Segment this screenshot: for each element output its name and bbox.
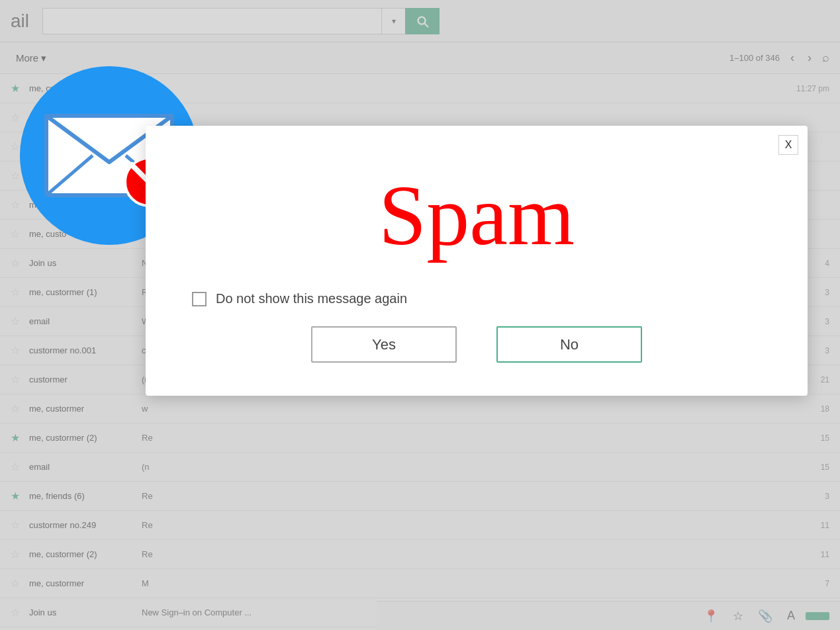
no-button[interactable]: No: [496, 326, 642, 363]
modal-close-button[interactable]: X: [778, 135, 798, 155]
spam-title: Spam: [179, 165, 774, 265]
yes-button[interactable]: Yes: [311, 326, 457, 363]
do-not-show-checkbox[interactable]: [192, 292, 207, 306]
modal-buttons: Yes No: [179, 326, 774, 363]
spam-modal: X Spam Do not show this message again Ye…: [146, 126, 808, 396]
checkbox-row: Do not show this message again: [192, 291, 774, 306]
checkbox-label: Do not show this message again: [216, 291, 407, 306]
